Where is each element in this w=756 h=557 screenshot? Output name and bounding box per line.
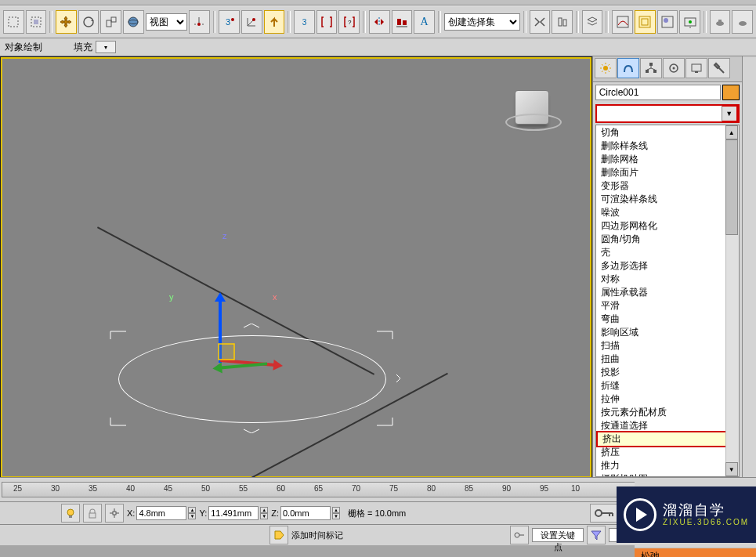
named-sel-button[interactable]: ? (338, 10, 360, 34)
modifier-item[interactable]: 拉伸 (596, 392, 739, 406)
modifier-item[interactable]: 删除样条线 (596, 139, 739, 153)
y-spinner[interactable]: ▲▼ (260, 507, 268, 519)
dropdown-icon[interactable]: ▼ (722, 105, 738, 122)
key-button[interactable] (590, 504, 618, 523)
mirror-button[interactable] (369, 10, 390, 34)
svg-line-35 (608, 71, 610, 73)
material-editor-button[interactable] (657, 10, 678, 34)
time-tick: 85 (465, 484, 473, 493)
object-name-input[interactable] (595, 85, 721, 100)
param-row-highlight[interactable]: 松弛 (635, 548, 756, 557)
modifier-item[interactable]: 属性承载器 (596, 286, 739, 299)
modifier-item[interactable]: 变形器 (596, 179, 739, 193)
modifier-item[interactable]: 多边形选择 (596, 259, 739, 273)
viewport[interactable]: z x y (0, 56, 592, 479)
modifier-item[interactable]: 删除面片 (596, 166, 739, 179)
modifier-item[interactable]: 推力 (596, 459, 739, 472)
svg-point-10 (231, 18, 234, 21)
axis-y-label: y (169, 292, 174, 302)
scroll-down-icon[interactable]: ▼ (725, 462, 738, 476)
modifier-item[interactable]: 折缝 (596, 379, 739, 392)
modifier-item[interactable]: 四边形网格化 (596, 219, 739, 233)
transform-gizmo[interactable] (220, 363, 222, 364)
z-spinner[interactable]: ▲▼ (332, 507, 340, 519)
select-rect-button[interactable] (3, 10, 24, 34)
scroll-up-icon[interactable]: ▲ (725, 125, 738, 139)
add-time-tag-label[interactable]: 添加时间标记 (291, 530, 343, 541)
tab-utilities[interactable] (708, 58, 730, 78)
angle-snap-button[interactable] (241, 10, 262, 34)
x-spinner[interactable]: ▲▼ (188, 507, 196, 519)
object-color-swatch[interactable] (722, 85, 740, 100)
svg-point-45 (67, 509, 74, 515)
separator (704, 11, 707, 33)
z-input[interactable] (280, 506, 331, 520)
align-tool-button[interactable] (552, 10, 573, 34)
brackets-q-icon: ? (343, 16, 356, 28)
edit-named-sel-button[interactable] (317, 10, 338, 34)
snap-toggle-button[interactable]: 3 (219, 10, 240, 34)
modifier-item[interactable]: 挤压 (596, 446, 739, 459)
modifier-item[interactable]: 删除网格 (596, 153, 739, 166)
modifier-list-combo[interactable]: ▼ (595, 104, 740, 123)
scrollbar[interactable]: ▲ ▼ (725, 125, 739, 476)
percent-snap-button[interactable] (264, 10, 285, 34)
watermark-url: ZIXUE.3D66.COM (663, 518, 749, 526)
y-input[interactable] (208, 506, 259, 520)
move-button[interactable] (56, 10, 77, 34)
scroll-thumb[interactable] (725, 139, 738, 235)
tab-create[interactable] (595, 58, 617, 78)
setkey-large-button[interactable] (510, 526, 529, 544)
modifier-list-input[interactable] (597, 107, 722, 120)
abs-rel-button[interactable] (105, 504, 124, 523)
modifier-item[interactable]: 切角 (596, 126, 739, 139)
align-button[interactable] (392, 10, 413, 34)
spinner-snap-button[interactable]: 3 (294, 10, 315, 34)
modifier-item[interactable]: 平滑 (596, 299, 739, 313)
text-button[interactable]: A (414, 10, 435, 34)
tab-hierarchy[interactable] (640, 58, 662, 78)
modifier-item[interactable]: 扭曲 (596, 353, 739, 366)
modifier-item[interactable]: 壳 (596, 246, 739, 259)
tab-motion[interactable] (663, 58, 685, 78)
key-filters-icon-button[interactable] (587, 526, 606, 544)
separator (523, 11, 526, 33)
placement-button[interactable] (123, 10, 144, 34)
tab-modify[interactable] (617, 58, 639, 78)
tab-display[interactable] (685, 58, 707, 78)
viewcube[interactable] (504, 79, 560, 136)
schematic-view-button[interactable] (635, 10, 656, 34)
mirror-tool-button[interactable] (530, 10, 551, 34)
modifier-item[interactable]: 扫描 (596, 339, 739, 353)
modifier-item[interactable]: 可渲染样条线 (596, 193, 739, 206)
modifier-item[interactable]: 对称 (596, 273, 739, 286)
x-input[interactable] (136, 506, 186, 520)
modifier-item[interactable]: 圆角/切角 (596, 233, 739, 246)
render-frame-button[interactable] (710, 10, 731, 34)
setkey-button[interactable]: 设置关键点 (532, 528, 584, 542)
selection-lock-button[interactable] (83, 504, 102, 523)
ref-coord-select[interactable]: 视图 (146, 13, 187, 31)
rotate-icon (82, 16, 95, 28)
rotate-button[interactable] (78, 10, 99, 34)
select-object-button[interactable] (26, 10, 47, 34)
modifier-item-extrude[interactable]: 挤出 (596, 431, 739, 447)
modifier-item[interactable]: 按元素分配材质 (596, 406, 739, 419)
svg-rect-4 (107, 20, 111, 27)
layer-manager-button[interactable] (582, 10, 603, 34)
svg-rect-43 (692, 64, 701, 71)
use-pivot-button[interactable] (189, 10, 210, 34)
render-button[interactable] (732, 10, 753, 34)
tag-button[interactable] (269, 526, 288, 544)
modifier-item[interactable]: 噪波 (596, 206, 739, 219)
modifier-item[interactable]: 弯曲 (596, 313, 739, 326)
modifier-item[interactable]: 投影 (596, 366, 739, 379)
named-selection-combo[interactable]: 创建选择集 (444, 13, 520, 31)
fill-dropdown-icon[interactable]: ▾ (96, 41, 116, 53)
modifier-item[interactable]: 影响区域 (596, 326, 739, 339)
lock-button[interactable] (61, 504, 80, 523)
scale-button[interactable] (100, 10, 121, 34)
modifier-dropdown-list[interactable]: 切角 删除样条线 删除网格 删除面片 变形器 可渲染样条线 噪波 四边形网格化 … (595, 125, 740, 477)
render-setup-button[interactable] (679, 10, 700, 34)
curve-editor-button[interactable] (612, 10, 633, 34)
